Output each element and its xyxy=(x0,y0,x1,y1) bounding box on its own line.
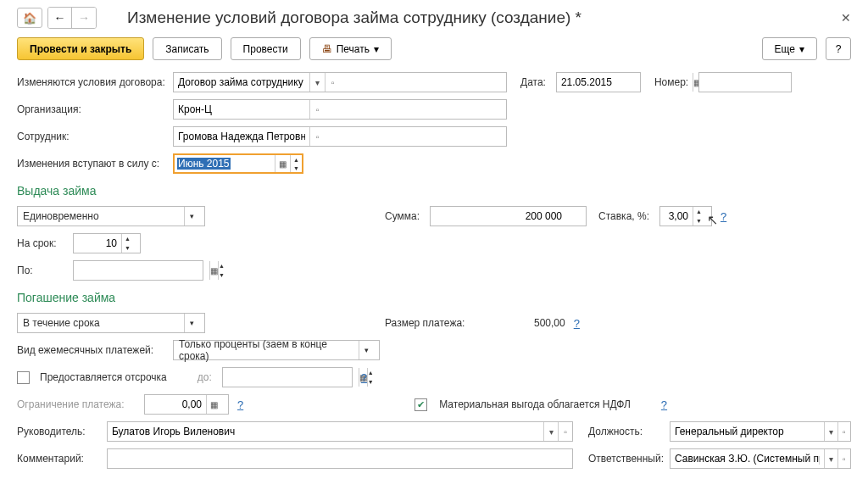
spinner-up-icon[interactable]: ▲ xyxy=(291,155,302,164)
spinner-down-icon[interactable]: ▼ xyxy=(693,216,704,226)
spinner-down-icon[interactable]: ▼ xyxy=(122,243,133,253)
sum-input[interactable] xyxy=(431,207,566,226)
responsible-label: Ответственный: xyxy=(588,453,665,465)
position-input[interactable] xyxy=(670,422,824,441)
term-input[interactable] xyxy=(74,234,121,253)
spinner-down-icon[interactable]: ▼ xyxy=(368,377,374,387)
write-button[interactable]: Записать xyxy=(153,37,221,60)
chevron-down-icon[interactable]: ▾ xyxy=(184,207,199,226)
spinner-down-icon[interactable]: ▼ xyxy=(219,270,225,280)
org-input-wrap[interactable]: ▫ xyxy=(173,99,507,120)
until-input-wrap[interactable]: ▦ ▲ ▼ xyxy=(73,260,203,281)
open-icon[interactable]: ▫ xyxy=(309,127,325,146)
page-title: Изменение условий договора займа сотрудн… xyxy=(127,8,836,27)
effective-value[interactable]: Июнь 2015 xyxy=(177,158,231,170)
spinner[interactable]: ▲ ▼ xyxy=(218,261,225,280)
ndfl-label: Материальная выгода облагается НДФЛ xyxy=(439,398,631,410)
sum-input-wrap[interactable] xyxy=(430,206,587,226)
chevron-down-icon[interactable]: ▾ xyxy=(824,422,837,441)
responsible-input-wrap[interactable]: ▾ ▫ xyxy=(670,448,851,469)
chevron-down-icon[interactable]: ▾ xyxy=(184,314,199,332)
spinner[interactable]: ▲ ▼ xyxy=(693,207,704,226)
number-input-wrap[interactable] xyxy=(698,72,792,92)
until-label: По: xyxy=(17,264,64,276)
help-icon[interactable]: ? xyxy=(661,398,667,411)
ndfl-checkbox[interactable]: ✔ xyxy=(415,398,427,411)
submit-close-button[interactable]: Провести и закрыть xyxy=(17,37,144,60)
limit-input-wrap[interactable]: ▦ xyxy=(144,394,229,415)
chevron-down-icon[interactable]: ▾ xyxy=(824,449,837,468)
repay-section-title: Погашение займа xyxy=(17,291,851,304)
deferral-checkbox[interactable] xyxy=(17,371,30,384)
home-button[interactable]: 🏠 xyxy=(17,8,42,28)
calendar-icon[interactable]: ▦ xyxy=(275,155,290,172)
open-icon[interactable]: ▫ xyxy=(558,422,572,441)
employee-label: Сотрудник: xyxy=(17,131,168,142)
repay-mode-value: В течение срока xyxy=(23,317,179,329)
position-input-wrap[interactable]: ▾ ▫ xyxy=(670,421,851,442)
chevron-down-icon[interactable]: ▾ xyxy=(309,73,325,92)
help-icon[interactable]: ? xyxy=(721,210,726,223)
comment-input-wrap[interactable] xyxy=(107,448,573,469)
spinner-up-icon[interactable]: ▲ xyxy=(693,207,704,216)
number-label: Номер: xyxy=(654,76,688,88)
spinner[interactable]: ▲ ▼ xyxy=(121,234,133,253)
close-icon[interactable]: ✕ xyxy=(841,11,851,25)
calendar-icon[interactable]: ▦ xyxy=(209,261,218,280)
chevron-down-icon: ▾ xyxy=(374,43,379,55)
limit-input[interactable] xyxy=(145,395,206,414)
rate-input-wrap[interactable]: ▲ ▼ xyxy=(659,206,712,226)
term-label: На срок: xyxy=(17,237,64,249)
responsible-input[interactable] xyxy=(670,449,824,468)
open-icon[interactable]: ▫ xyxy=(837,449,850,468)
issue-mode-select[interactable]: Единовременно ▾ xyxy=(17,206,205,226)
nav-forward-button[interactable]: → xyxy=(72,8,96,28)
chevron-down-icon[interactable]: ▾ xyxy=(359,341,374,359)
until-input[interactable] xyxy=(74,261,209,280)
repay-mode-select[interactable]: В течение срока ▾ xyxy=(17,313,205,333)
number-input[interactable] xyxy=(699,73,835,92)
print-button[interactable]: 🖶 Печать ▾ xyxy=(309,37,392,60)
effective-input-wrap[interactable]: Июнь 2015 ▦ ▲ ▼ xyxy=(173,153,303,174)
contract-input-wrap[interactable]: ▾ ▫ xyxy=(173,72,507,92)
org-input[interactable] xyxy=(174,100,309,119)
print-label: Печать xyxy=(337,43,370,55)
nav-back-button[interactable]: ← xyxy=(48,8,72,28)
spinner-up-icon[interactable]: ▲ xyxy=(219,261,225,270)
chevron-down-icon[interactable]: ▾ xyxy=(543,422,558,441)
employee-input-wrap[interactable]: ▫ xyxy=(173,126,507,147)
spinner-up-icon[interactable]: ▲ xyxy=(368,368,374,377)
payment-type-select[interactable]: Только проценты (заем в конце срока) ▾ xyxy=(173,340,380,360)
payment-value: 500,00 xyxy=(534,317,565,329)
spinner-up-icon[interactable]: ▲ xyxy=(122,234,133,243)
spinner[interactable]: ▲ ▼ xyxy=(367,368,374,387)
help-icon[interactable]: ? xyxy=(361,371,367,384)
open-icon[interactable]: ▫ xyxy=(325,73,340,92)
manager-input-wrap[interactable]: ▾ ▫ xyxy=(107,421,573,442)
nav-group: ← → xyxy=(47,7,97,29)
more-label: Еще xyxy=(775,43,795,55)
more-button[interactable]: Еще ▾ xyxy=(762,37,817,60)
term-input-wrap[interactable]: ▲ ▼ xyxy=(73,233,141,253)
submit-button[interactable]: Провести xyxy=(231,37,301,60)
open-icon[interactable]: ▫ xyxy=(837,422,850,441)
deferral-until-input-wrap[interactable]: ▦ ▲ ▼ xyxy=(222,367,353,387)
manager-input[interactable] xyxy=(108,422,543,441)
calc-icon[interactable]: ▦ xyxy=(206,395,221,414)
manager-label: Руководитель: xyxy=(17,426,102,437)
help-button[interactable]: ? xyxy=(826,37,851,60)
help-icon[interactable]: ? xyxy=(574,317,580,330)
comment-label: Комментарий: xyxy=(17,453,102,465)
open-icon[interactable]: ▫ xyxy=(309,100,325,119)
employee-input[interactable] xyxy=(174,127,309,146)
spinner[interactable]: ▲ ▼ xyxy=(290,155,302,172)
date-label: Дата: xyxy=(520,76,546,88)
deferral-until-input[interactable] xyxy=(223,368,359,387)
comment-input[interactable] xyxy=(108,449,572,468)
spinner-down-icon[interactable]: ▼ xyxy=(291,164,302,172)
contract-input[interactable] xyxy=(174,73,309,92)
payment-type-label: Вид ежемесячных платежей: xyxy=(17,344,168,356)
help-icon[interactable]: ? xyxy=(237,398,243,411)
date-input-wrap[interactable]: ▦ xyxy=(556,72,641,92)
rate-input[interactable] xyxy=(660,207,693,226)
